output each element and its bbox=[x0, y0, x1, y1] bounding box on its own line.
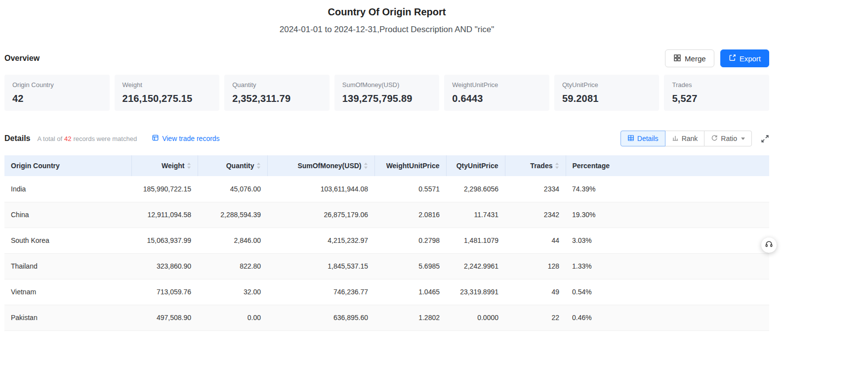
page-subtitle: 2024-01-01 to 2024-12-31,Product Descrip… bbox=[4, 25, 769, 35]
matched-count: 42 bbox=[62, 135, 73, 142]
card-label: Origin Country bbox=[12, 81, 102, 89]
report-header: Country Of Origin Report 2024-01-01 to 2… bbox=[4, 0, 769, 35]
card-weight: Weight 216,150,275.15 bbox=[115, 75, 220, 111]
cell-origin-country: China bbox=[4, 202, 131, 228]
card-value: 59.2081 bbox=[562, 93, 652, 104]
tab-rank-label: Rank bbox=[682, 135, 698, 142]
sort-icon[interactable] bbox=[256, 162, 261, 170]
tab-rank[interactable]: Rank bbox=[665, 131, 705, 146]
cell-weight-unit-price: 0.5571 bbox=[374, 176, 446, 202]
table-header: Origin Country Weight Quantity SumOfMone… bbox=[4, 155, 769, 176]
card-label: QtyUnitPrice bbox=[562, 81, 652, 89]
card-label: Weight bbox=[123, 81, 212, 89]
tab-ratio[interactable]: Ratio bbox=[704, 131, 752, 146]
help-widget[interactable] bbox=[761, 237, 777, 253]
cell-weight: 323,860.90 bbox=[131, 253, 198, 279]
trade-records-icon bbox=[152, 134, 159, 143]
cell-trades: 49 bbox=[505, 279, 566, 305]
table-row[interactable]: Pakistan 497,508.90 0.00 636,895.60 1.28… bbox=[4, 305, 769, 330]
card-value: 5,527 bbox=[672, 93, 761, 104]
overview-heading: Overview bbox=[4, 54, 40, 63]
card-value: 139,275,795.89 bbox=[342, 93, 432, 104]
cell-sum-of-money: 746,236.77 bbox=[267, 279, 374, 305]
merge-button-label: Merge bbox=[685, 54, 706, 63]
cell-quantity: 45,076.00 bbox=[198, 176, 267, 202]
table-row[interactable]: Vietnam 713,059.76 32.00 746,236.77 1.04… bbox=[4, 279, 769, 305]
export-button-label: Export bbox=[740, 54, 761, 63]
matched-records-text: A total of42records were matched bbox=[37, 135, 137, 142]
overview-bar: Overview Merge Export bbox=[4, 49, 769, 67]
column-header-sum-of-money[interactable]: SumOfMoney(USD) bbox=[267, 155, 374, 176]
card-label: Trades bbox=[672, 81, 761, 89]
rank-icon bbox=[672, 135, 679, 143]
sort-icon[interactable] bbox=[364, 162, 368, 170]
cell-trades: 2342 bbox=[505, 202, 566, 228]
matched-suffix: records were matched bbox=[74, 135, 137, 142]
cell-qty-unit-price: 2,242.9961 bbox=[446, 253, 505, 279]
column-header-weight[interactable]: Weight bbox=[131, 155, 198, 176]
cell-percentage: 1.33% bbox=[566, 253, 769, 279]
content: Country Of Origin Report 2024-01-01 to 2… bbox=[4, 0, 769, 331]
cell-weight-unit-price: 1.0465 bbox=[374, 279, 446, 305]
merge-icon bbox=[673, 54, 681, 63]
cell-origin-country: India bbox=[4, 176, 131, 202]
merge-button[interactable]: Merge bbox=[665, 49, 714, 67]
headset-icon bbox=[765, 240, 773, 250]
column-header-quantity[interactable]: Quantity bbox=[198, 155, 267, 176]
overview-actions: Merge Export bbox=[665, 49, 769, 67]
card-value: 0.6443 bbox=[452, 93, 541, 104]
tab-ratio-label: Ratio bbox=[721, 135, 737, 142]
cell-quantity: 2,846.00 bbox=[198, 228, 267, 253]
column-header-trades[interactable]: Trades bbox=[505, 155, 566, 176]
cell-weight-unit-price: 5.6985 bbox=[374, 253, 446, 279]
cell-quantity: 2,288,594.39 bbox=[198, 202, 267, 228]
cell-qty-unit-price: 0.0000 bbox=[446, 305, 505, 330]
cell-origin-country: South Korea bbox=[4, 228, 131, 253]
table-row[interactable]: India 185,990,722.15 45,076.00 103,611,9… bbox=[4, 176, 769, 202]
cell-weight-unit-price: 2.0816 bbox=[374, 202, 446, 228]
cell-qty-unit-price: 11.7431 bbox=[446, 202, 505, 228]
table-row[interactable]: South Korea 15,063,937.99 2,846.00 4,215… bbox=[4, 228, 769, 253]
export-button[interactable]: Export bbox=[720, 49, 769, 67]
cell-weight: 185,990,722.15 bbox=[131, 176, 198, 202]
cell-origin-country: Pakistan bbox=[4, 305, 131, 330]
details-table: Origin Country Weight Quantity SumOfMone… bbox=[4, 155, 769, 331]
details-bar: Details A total of42records were matched… bbox=[4, 131, 769, 146]
table-row[interactable]: Thailand 323,860.90 822.80 1,845,537.15 … bbox=[4, 253, 769, 279]
cell-sum-of-money: 26,875,179.06 bbox=[267, 202, 374, 228]
column-header-weight-unit-price: WeightUnitPrice bbox=[374, 155, 446, 176]
details-toolbar: Details Rank Ratio bbox=[620, 131, 769, 146]
cell-quantity: 822.80 bbox=[198, 253, 267, 279]
cell-trades: 44 bbox=[505, 228, 566, 253]
table-row[interactable]: China 12,911,094.58 2,288,594.39 26,875,… bbox=[4, 202, 769, 228]
cell-trades: 2334 bbox=[505, 176, 566, 202]
export-icon bbox=[729, 54, 736, 63]
tab-details-label: Details bbox=[637, 135, 659, 142]
cell-sum-of-money: 103,611,944.08 bbox=[267, 176, 374, 202]
cell-quantity: 32.00 bbox=[198, 279, 267, 305]
card-value: 2,352,311.79 bbox=[232, 93, 322, 104]
column-header-origin-country: Origin Country bbox=[4, 155, 131, 176]
cell-weight: 12,911,094.58 bbox=[131, 202, 198, 228]
cell-percentage: 19.30% bbox=[566, 202, 769, 228]
card-sum-of-money: SumOfMoney(USD) 139,275,795.89 bbox=[334, 75, 440, 111]
cell-trades: 22 bbox=[505, 305, 566, 330]
cell-weight-unit-price: 0.2798 bbox=[374, 228, 446, 253]
view-trade-records-label: View trade records bbox=[162, 135, 219, 142]
cell-weight: 713,059.76 bbox=[131, 279, 198, 305]
tab-details[interactable]: Details bbox=[620, 131, 665, 146]
cell-percentage: 0.54% bbox=[566, 279, 769, 305]
table-body: India 185,990,722.15 45,076.00 103,611,9… bbox=[4, 176, 769, 330]
fullscreen-icon[interactable] bbox=[761, 135, 769, 143]
sort-icon[interactable] bbox=[555, 162, 559, 170]
cell-trades: 128 bbox=[505, 253, 566, 279]
cell-qty-unit-price: 2,298.6056 bbox=[446, 176, 505, 202]
card-label: Quantity bbox=[232, 81, 322, 89]
sort-icon[interactable] bbox=[187, 162, 191, 170]
view-trade-records-link[interactable]: View trade records bbox=[152, 134, 219, 143]
card-qty-unit-price: QtyUnitPrice 59.2081 bbox=[554, 75, 660, 111]
card-trades: Trades 5,527 bbox=[664, 75, 769, 111]
cell-weight: 497,508.90 bbox=[131, 305, 198, 330]
card-value: 216,150,275.15 bbox=[123, 93, 212, 104]
cell-qty-unit-price: 23,319.8991 bbox=[446, 279, 505, 305]
